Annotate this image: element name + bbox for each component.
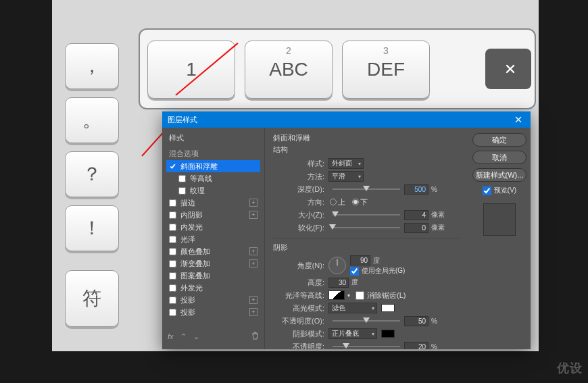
preview-checkbox[interactable]	[483, 186, 491, 195]
new-style-button[interactable]: 新建样式(W)...	[472, 168, 526, 182]
style-item-3[interactable]: 描边+	[166, 197, 260, 209]
add-effect-icon[interactable]: +	[249, 211, 258, 219]
style-item-checkbox[interactable]	[169, 211, 176, 219]
trash-icon[interactable]	[251, 332, 259, 341]
backspace-icon	[497, 61, 519, 76]
style-item-checkbox[interactable]	[178, 187, 186, 195]
style-item-checkbox[interactable]	[169, 248, 176, 255]
style-item-label: 图案叠加	[180, 271, 210, 281]
angle-dial[interactable]	[328, 257, 346, 274]
add-effect-icon[interactable]: +	[249, 308, 258, 316]
technique-label: 方法:	[273, 172, 324, 182]
highlight-opacity-label: 不透明度(O):	[273, 316, 324, 326]
global-light-checkbox[interactable]	[350, 267, 359, 276]
highlight-opacity-slider[interactable]	[333, 320, 400, 322]
direction-down-radio[interactable]	[352, 199, 359, 205]
style-item-5[interactable]: 内发光	[166, 221, 260, 233]
style-item-checkbox[interactable]	[169, 236, 176, 243]
shadow-mode-select[interactable]: 正片叠底	[328, 328, 377, 339]
style-item-label: 内发光	[180, 222, 203, 232]
style-item-checkbox[interactable]	[169, 297, 176, 304]
blend-options-row[interactable]: 混合选项	[169, 149, 260, 159]
style-item-checkbox[interactable]	[169, 284, 176, 292]
angle-input[interactable]: 90	[350, 255, 370, 265]
fx-icon[interactable]: fx	[168, 332, 174, 340]
style-item-checkbox[interactable]	[169, 260, 176, 267]
altitude-input[interactable]: 30	[328, 278, 349, 288]
style-item-10[interactable]: 外发光	[166, 282, 260, 294]
style-item-label: 投影	[180, 295, 195, 305]
style-item-checkbox[interactable]	[178, 175, 186, 182]
style-item-1[interactable]: 等高线	[166, 172, 260, 184]
style-label: 样式:	[273, 159, 324, 169]
style-item-9[interactable]: 图案叠加	[166, 270, 260, 282]
style-select[interactable]: 外斜面	[328, 158, 364, 169]
key-dot[interactable]: 。	[65, 97, 119, 143]
depth-slider[interactable]	[333, 188, 400, 190]
style-item-4[interactable]: 内阴影+	[166, 209, 260, 221]
highlight-color-swatch[interactable]	[381, 304, 395, 312]
key-3[interactable]: 3 DEF	[342, 41, 430, 99]
chevron-down-icon[interactable]: ▾	[347, 292, 350, 299]
style-item-checkbox[interactable]	[169, 163, 176, 170]
key-backspace[interactable]	[485, 49, 531, 89]
style-item-label: 描边	[180, 198, 195, 208]
style-item-11[interactable]: 投影+	[166, 294, 260, 306]
cancel-button[interactable]: 取消	[472, 151, 526, 164]
style-item-checkbox[interactable]	[169, 224, 176, 231]
ok-button[interactable]: 确定	[472, 133, 526, 147]
style-item-checkbox[interactable]	[169, 272, 176, 280]
technique-select[interactable]: 平滑	[328, 171, 364, 182]
altitude-label: 高度:	[273, 278, 324, 288]
gloss-label: 光泽等高线:	[273, 290, 324, 301]
key-comma[interactable]: ，	[65, 43, 119, 89]
soften-label: 软化(F):	[273, 223, 324, 233]
add-effect-icon[interactable]: +	[249, 199, 258, 207]
style-item-12[interactable]: 投影+	[166, 306, 260, 318]
angle-label: 角度(N):	[273, 261, 324, 271]
key-2[interactable]: 2 ABC	[245, 41, 333, 99]
add-effect-icon[interactable]: +	[249, 259, 258, 267]
dialog-titlebar[interactable]: 图层样式	[162, 111, 531, 128]
close-icon[interactable]	[512, 113, 525, 126]
key-exclaim[interactable]: ！	[65, 205, 119, 251]
direction-label: 方向:	[273, 197, 324, 207]
key-question[interactable]: ？	[65, 151, 119, 197]
shadow-opacity-input[interactable]: 20	[404, 342, 428, 350]
soften-input[interactable]: 0	[404, 223, 428, 233]
style-item-6[interactable]: 光泽	[166, 233, 260, 245]
shadow-opacity-slider[interactable]	[333, 346, 400, 347]
key-3-label: DEF	[367, 59, 405, 80]
shadow-color-swatch[interactable]	[381, 330, 395, 338]
size-slider[interactable]	[333, 214, 400, 215]
key-1[interactable]: 1	[147, 41, 235, 99]
gloss-contour-picker[interactable]	[328, 290, 345, 300]
key-3-sup: 3	[383, 45, 389, 56]
styles-heading: 样式	[166, 133, 260, 143]
style-item-2[interactable]: 纹理	[166, 184, 260, 197]
up-arrow-icon[interactable]: ⌃	[180, 332, 187, 341]
highlight-mode-select[interactable]: 滤色	[328, 303, 377, 313]
down-arrow-icon[interactable]: ⌄	[193, 332, 199, 341]
style-item-7[interactable]: 颜色叠加+	[166, 245, 260, 257]
structure-subheader: 结构	[273, 145, 460, 155]
key-fu[interactable]: 符	[65, 270, 119, 327]
style-item-label: 斜面和浮雕	[180, 161, 218, 172]
style-item-label: 渐变叠加	[180, 259, 210, 269]
style-item-label: 外发光	[180, 283, 203, 293]
direction-up-radio[interactable]	[330, 199, 337, 205]
add-effect-icon[interactable]: +	[249, 247, 258, 255]
style-item-0[interactable]: 斜面和浮雕	[166, 160, 260, 172]
depth-label: 深度(D):	[273, 184, 324, 195]
highlight-opacity-input[interactable]: 50	[404, 316, 428, 326]
dialog-actions-panel: 确定 取消 新建样式(W)... 预览(V)	[468, 128, 531, 349]
add-effect-icon[interactable]: +	[249, 296, 258, 304]
layer-style-dialog: 图层样式 样式 混合选项 斜面和浮雕等高线纹理描边+内阴影+内发光光泽颜色叠加+…	[162, 111, 531, 349]
size-input[interactable]: 4	[404, 210, 428, 220]
soften-slider[interactable]	[333, 227, 400, 228]
antialias-checkbox[interactable]	[356, 291, 364, 300]
depth-input[interactable]: 500	[404, 184, 428, 195]
style-item-checkbox[interactable]	[169, 199, 176, 207]
style-item-8[interactable]: 渐变叠加+	[166, 257, 260, 270]
style-item-checkbox[interactable]	[169, 309, 176, 316]
